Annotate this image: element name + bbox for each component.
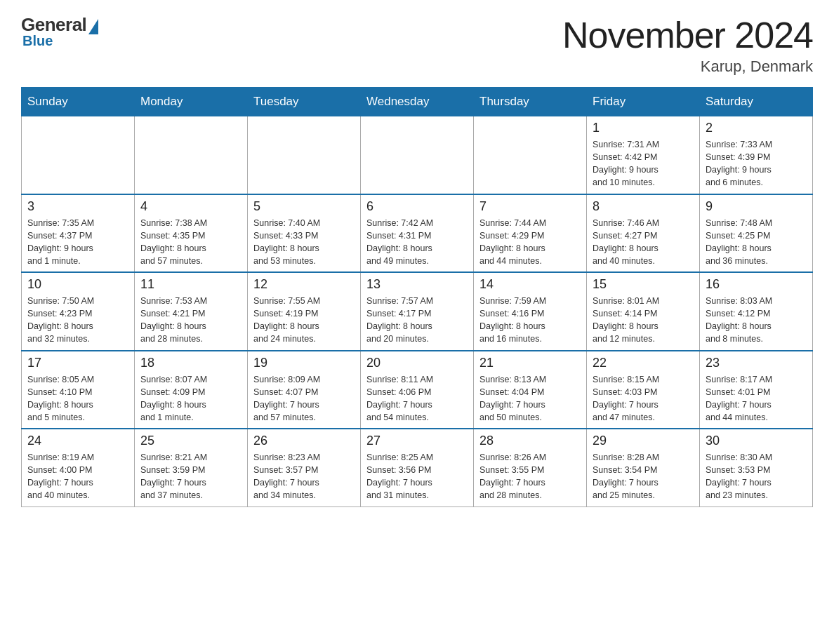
day-number: 13 — [366, 277, 468, 292]
day-info: Sunrise: 8:05 AM Sunset: 4:10 PM Dayligh… — [27, 373, 128, 424]
day-number: 15 — [593, 277, 694, 292]
weekday-header-friday: Friday — [587, 88, 700, 116]
logo-triangle-icon — [88, 19, 98, 34]
weekday-header-wednesday: Wednesday — [361, 88, 474, 116]
calendar-cell — [248, 116, 361, 194]
day-number: 18 — [140, 356, 241, 370]
calendar-cell: 5Sunrise: 7:40 AM Sunset: 4:33 PM Daylig… — [248, 194, 361, 273]
day-info: Sunrise: 8:09 AM Sunset: 4:07 PM Dayligh… — [253, 373, 355, 424]
calendar-cell: 29Sunrise: 8:28 AM Sunset: 3:54 PM Dayli… — [587, 429, 700, 507]
day-number: 28 — [479, 434, 581, 448]
calendar-cell — [474, 116, 587, 194]
logo-blue-text: Blue — [22, 33, 53, 49]
day-number: 3 — [27, 199, 128, 214]
day-number: 5 — [253, 199, 355, 214]
calendar-cell: 14Sunrise: 7:59 AM Sunset: 4:16 PM Dayli… — [474, 272, 587, 351]
calendar-cell — [135, 116, 248, 194]
day-info: Sunrise: 8:23 AM Sunset: 3:57 PM Dayligh… — [253, 451, 355, 502]
calendar-cell: 24Sunrise: 8:19 AM Sunset: 4:00 PM Dayli… — [22, 429, 135, 507]
calendar-week-5: 24Sunrise: 8:19 AM Sunset: 4:00 PM Dayli… — [22, 429, 813, 507]
calendar-cell: 9Sunrise: 7:48 AM Sunset: 4:25 PM Daylig… — [700, 194, 813, 273]
calendar-cell: 10Sunrise: 7:50 AM Sunset: 4:23 PM Dayli… — [22, 272, 135, 351]
weekday-header-sunday: Sunday — [22, 88, 135, 116]
day-info: Sunrise: 7:42 AM Sunset: 4:31 PM Dayligh… — [366, 217, 468, 268]
day-info: Sunrise: 8:07 AM Sunset: 4:09 PM Dayligh… — [140, 373, 241, 424]
logo: General Blue — [21, 14, 98, 49]
day-number: 14 — [479, 277, 581, 292]
calendar-cell: 23Sunrise: 8:17 AM Sunset: 4:01 PM Dayli… — [700, 351, 813, 429]
day-number: 23 — [706, 356, 807, 370]
day-number: 4 — [140, 199, 241, 214]
calendar-cell: 26Sunrise: 8:23 AM Sunset: 3:57 PM Dayli… — [248, 429, 361, 507]
day-info: Sunrise: 7:48 AM Sunset: 4:25 PM Dayligh… — [706, 217, 807, 268]
day-info: Sunrise: 8:01 AM Sunset: 4:14 PM Dayligh… — [593, 295, 694, 346]
day-info: Sunrise: 8:25 AM Sunset: 3:56 PM Dayligh… — [366, 451, 468, 502]
title-area: November 2024 Karup, Denmark — [562, 14, 813, 76]
calendar-cell: 15Sunrise: 8:01 AM Sunset: 4:14 PM Dayli… — [587, 272, 700, 351]
weekday-header-monday: Monday — [135, 88, 248, 116]
calendar-week-1: 1Sunrise: 7:31 AM Sunset: 4:42 PM Daylig… — [22, 116, 813, 194]
day-number: 19 — [253, 356, 355, 370]
day-number: 17 — [27, 356, 128, 370]
calendar-cell: 13Sunrise: 7:57 AM Sunset: 4:17 PM Dayli… — [361, 272, 474, 351]
day-info: Sunrise: 7:59 AM Sunset: 4:16 PM Dayligh… — [479, 295, 581, 346]
day-info: Sunrise: 7:31 AM Sunset: 4:42 PM Dayligh… — [593, 138, 694, 189]
calendar-cell: 11Sunrise: 7:53 AM Sunset: 4:21 PM Dayli… — [135, 272, 248, 351]
day-info: Sunrise: 7:35 AM Sunset: 4:37 PM Dayligh… — [27, 217, 128, 268]
day-info: Sunrise: 8:13 AM Sunset: 4:04 PM Dayligh… — [479, 373, 581, 424]
day-info: Sunrise: 7:57 AM Sunset: 4:17 PM Dayligh… — [366, 295, 468, 346]
day-info: Sunrise: 7:55 AM Sunset: 4:19 PM Dayligh… — [253, 295, 355, 346]
day-number: 12 — [253, 277, 355, 292]
day-number: 29 — [593, 434, 694, 448]
day-number: 20 — [366, 356, 468, 370]
calendar-cell: 8Sunrise: 7:46 AM Sunset: 4:27 PM Daylig… — [587, 194, 700, 273]
day-number: 24 — [27, 434, 128, 448]
weekday-header-row: SundayMondayTuesdayWednesdayThursdayFrid… — [22, 88, 813, 116]
day-info: Sunrise: 7:33 AM Sunset: 4:39 PM Dayligh… — [706, 138, 807, 189]
calendar-cell: 3Sunrise: 7:35 AM Sunset: 4:37 PM Daylig… — [22, 194, 135, 273]
weekday-header-tuesday: Tuesday — [248, 88, 361, 116]
header: General Blue November 2024 Karup, Denmar… — [21, 14, 813, 76]
day-number: 21 — [479, 356, 581, 370]
calendar-cell: 17Sunrise: 8:05 AM Sunset: 4:10 PM Dayli… — [22, 351, 135, 429]
day-number: 9 — [706, 199, 807, 214]
day-info: Sunrise: 7:50 AM Sunset: 4:23 PM Dayligh… — [27, 295, 128, 346]
calendar-table: SundayMondayTuesdayWednesdayThursdayFrid… — [21, 87, 813, 507]
day-number: 11 — [140, 277, 241, 292]
day-info: Sunrise: 8:21 AM Sunset: 3:59 PM Dayligh… — [140, 451, 241, 502]
day-info: Sunrise: 8:26 AM Sunset: 3:55 PM Dayligh… — [479, 451, 581, 502]
day-number: 16 — [706, 277, 807, 292]
calendar-cell: 30Sunrise: 8:30 AM Sunset: 3:53 PM Dayli… — [700, 429, 813, 507]
day-info: Sunrise: 8:11 AM Sunset: 4:06 PM Dayligh… — [366, 373, 468, 424]
calendar-cell: 21Sunrise: 8:13 AM Sunset: 4:04 PM Dayli… — [474, 351, 587, 429]
day-number: 2 — [706, 121, 807, 135]
calendar-cell: 27Sunrise: 8:25 AM Sunset: 3:56 PM Dayli… — [361, 429, 474, 507]
day-number: 1 — [593, 121, 694, 135]
calendar-cell — [22, 116, 135, 194]
calendar-cell: 7Sunrise: 7:44 AM Sunset: 4:29 PM Daylig… — [474, 194, 587, 273]
day-info: Sunrise: 8:03 AM Sunset: 4:12 PM Dayligh… — [706, 295, 807, 346]
day-info: Sunrise: 7:38 AM Sunset: 4:35 PM Dayligh… — [140, 217, 241, 268]
day-number: 7 — [479, 199, 581, 214]
day-info: Sunrise: 8:17 AM Sunset: 4:01 PM Dayligh… — [706, 373, 807, 424]
day-info: Sunrise: 7:40 AM Sunset: 4:33 PM Dayligh… — [253, 217, 355, 268]
day-number: 10 — [27, 277, 128, 292]
day-number: 6 — [366, 199, 468, 214]
calendar-cell: 6Sunrise: 7:42 AM Sunset: 4:31 PM Daylig… — [361, 194, 474, 273]
day-number: 26 — [253, 434, 355, 448]
calendar-cell: 18Sunrise: 8:07 AM Sunset: 4:09 PM Dayli… — [135, 351, 248, 429]
day-info: Sunrise: 7:46 AM Sunset: 4:27 PM Dayligh… — [593, 217, 694, 268]
calendar-cell: 22Sunrise: 8:15 AM Sunset: 4:03 PM Dayli… — [587, 351, 700, 429]
day-info: Sunrise: 7:44 AM Sunset: 4:29 PM Dayligh… — [479, 217, 581, 268]
day-info: Sunrise: 8:19 AM Sunset: 4:00 PM Dayligh… — [27, 451, 128, 502]
day-number: 27 — [366, 434, 468, 448]
day-number: 25 — [140, 434, 241, 448]
location: Karup, Denmark — [562, 58, 813, 76]
calendar-cell: 1Sunrise: 7:31 AM Sunset: 4:42 PM Daylig… — [587, 116, 700, 194]
day-number: 8 — [593, 199, 694, 214]
calendar-cell: 28Sunrise: 8:26 AM Sunset: 3:55 PM Dayli… — [474, 429, 587, 507]
calendar-cell: 12Sunrise: 7:55 AM Sunset: 4:19 PM Dayli… — [248, 272, 361, 351]
day-number: 30 — [706, 434, 807, 448]
day-info: Sunrise: 8:28 AM Sunset: 3:54 PM Dayligh… — [593, 451, 694, 502]
calendar-cell: 25Sunrise: 8:21 AM Sunset: 3:59 PM Dayli… — [135, 429, 248, 507]
